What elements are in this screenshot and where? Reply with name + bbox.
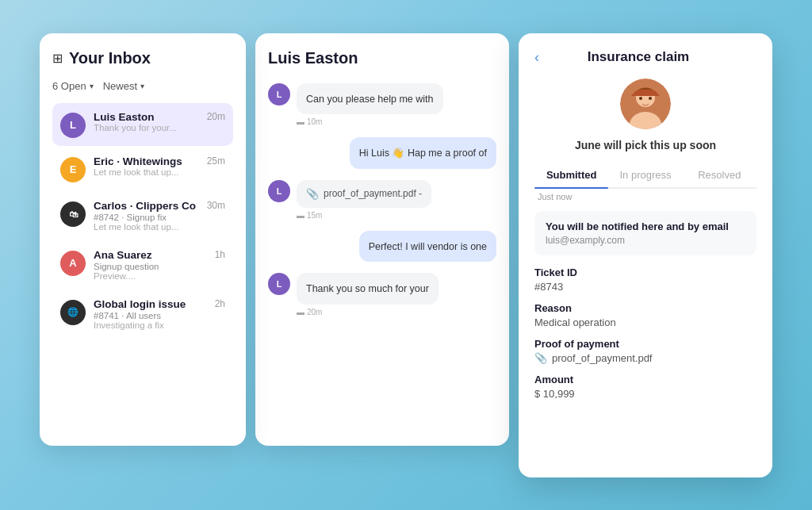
inbox-item-time: 30m [207,200,225,211]
message-content: Hi Luis 👋 Hap me a proof of [350,137,496,169]
message-icon: ▬ [297,117,304,126]
claim-header: ‹ Insurance claim [534,49,756,66]
avatar: L [268,273,290,295]
message-bubble: L Thank you so much for your ▬ 20m [268,273,496,316]
inbox-item-sub: Signup question [94,262,225,271]
inbox-item-global-login[interactable]: 🌐 Global login issue 2h #8741 · All user… [52,290,233,338]
message-icon: ▬ [297,308,304,316]
inbox-filters: 6 Open ▾ Newest ▾ [52,80,233,92]
amount-section: Amount $ 10,999 [534,374,756,400]
user-avatar [620,79,671,129]
chevron-down-icon: ▾ [90,82,94,90]
message-text: Thank you so much for your [306,283,429,294]
message-meta: ▬ 15m [297,211,431,220]
inbox-item-preview: Investigating a fix [94,320,225,330]
inbox-item-carlos-clippers[interactable]: 🛍 Carlos · Clippers Co 30m #8742 · Signu… [52,192,233,240]
inbox-title: Your Inbox [69,49,151,67]
inbox-item-content: Ana Suarez 1h Signup question Preview...… [94,249,225,281]
avatar: E [60,157,86,182]
ui-container: ⊞ Your Inbox 6 Open ▾ Newest ▾ L Luis Ea… [40,33,772,477]
inbox-item-time: 20m [207,111,225,122]
message-time: 10m [307,117,322,126]
inbox-panel: ⊞ Your Inbox 6 Open ▾ Newest ▾ L Luis Ea… [40,33,246,446]
message-time: 15m [307,211,322,220]
ticket-id-label: Ticket ID [534,267,756,278]
avatar: A [60,251,86,276]
message-bubble: L Can you please help me with ▬ 10m [268,83,496,127]
claim-title: Insurance claim [539,49,737,65]
message-time: 20m [307,308,322,316]
notification-box: You will be notified here and by email l… [534,211,756,255]
paperclip-icon: 📎 [534,352,547,364]
conversation-title: Luis Easton [268,49,496,67]
message-bubble: Hi Luis 👋 Hap me a proof of [268,137,496,169]
file-link: 📎 proof_of_payment.pdf - [306,188,422,200]
proof-section: Proof of payment 📎 proof_of_payment.pdf [534,338,756,364]
inbox-item-name: Eric · Whitewings [94,155,182,167]
ticket-id-value: #8743 [534,281,756,293]
inbox-item-preview: Let me look that up... [94,222,225,232]
avatar: L [60,113,86,138]
inbox-item-content: Global login issue 2h #8741 · All users … [94,298,225,330]
inbox-item-name: Ana Suarez [94,249,152,261]
inbox-item-content: Eric · Whitewings 25m Let me look that u… [94,155,225,177]
tabs-row: Submitted In progress Resolved [534,163,756,189]
filter-open-button[interactable]: 6 Open ▾ [52,80,94,92]
reason-value: Medical operation [534,316,756,328]
inbox-item-time: 1h [215,249,225,260]
amount-value: $ 10,999 [534,388,756,400]
message-content: Perfect! I will vendor is one [359,231,496,263]
message-bubble: Perfect! I will vendor is one [268,231,496,263]
conversation-panel: Luis Easton L Can you please help me wit… [255,33,509,446]
sidebar-toggle-icon[interactable]: ⊞ [52,51,63,66]
message-text: Can you please help me with [306,94,434,105]
message-content: Can you please help me with [297,83,443,115]
inbox-item-name: Carlos · Clippers Co [94,200,196,212]
inbox-item-time: 2h [215,298,225,309]
inbox-item-preview: Preview.... [94,271,225,281]
inbox-item-eric-whitewings[interactable]: E Eric · Whitewings 25m Let me look that… [52,148,233,190]
inbox-header: ⊞ Your Inbox [52,49,233,67]
attachment-bubble: 📎 proof_of_payment.pdf - [297,180,431,208]
message-text: Hi Luis 👋 Hap me a proof of [359,148,487,159]
svg-point-3 [639,97,642,100]
amount-label: Amount [534,374,756,385]
message-text: Perfect! I will vendor is one [369,241,487,252]
inbox-list: L Luis Easton 20m Thank you for your... … [52,103,233,338]
inbox-item-content: Luis Easton 20m Thank you for your... [94,111,225,132]
tab-resolved[interactable]: Resolved [683,163,756,187]
inbox-item-sub: #8741 · All users [94,311,225,320]
inbox-item-preview: Thank you for your... [94,123,225,132]
inbox-item-content: Carlos · Clippers Co 30m #8742 · Signup … [94,200,225,232]
message-content: Thank you so much for your [297,273,439,305]
notification-email: luis@examply.com [546,235,745,246]
avatar: 🛍 [60,201,86,227]
pickup-status: June will pick this up soon [534,139,756,151]
paperclip-icon: 📎 [306,188,319,200]
inbox-item-sub: #8742 · Signup fix [94,213,225,222]
tab-in-progress[interactable]: In progress [608,163,682,187]
message-bubble: L 📎 proof_of_payment.pdf - ▬ 15m [268,180,496,220]
attachment-name: proof_of_payment.pdf - [324,188,422,199]
message-icon: ▬ [297,211,304,220]
message-meta: ▬ 20m [297,308,439,316]
proof-label: Proof of payment [534,338,756,350]
inbox-item-name: Luis Easton [94,111,155,123]
reason-section: Reason Medical operation [534,302,756,328]
inbox-item-name: Global login issue [94,298,186,310]
tab-submitted[interactable]: Submitted [534,163,608,187]
notification-title: You will be notified here and by email [546,220,745,232]
proof-filename: proof_of_payment.pdf [552,352,652,364]
proof-file-link[interactable]: 📎 proof_of_payment.pdf [534,352,756,364]
claim-panel: ‹ Insurance claim June will pick this up… [519,33,772,477]
avatar: 🌐 [60,300,86,325]
inbox-item-luis-easton[interactable]: L Luis Easton 20m Thank you for your... [52,103,233,146]
message-meta: ▬ 10m [297,117,443,126]
reason-label: Reason [534,302,756,314]
inbox-item-time: 25m [207,155,225,167]
inbox-item-ana-suarez[interactable]: A Ana Suarez 1h Signup question Preview.… [52,241,233,289]
filter-newest-button[interactable]: Newest ▾ [103,80,144,92]
ticket-id-section: Ticket ID #8743 [534,267,756,293]
avatar: L [268,180,290,202]
inbox-item-preview: Let me look that up... [94,167,225,177]
